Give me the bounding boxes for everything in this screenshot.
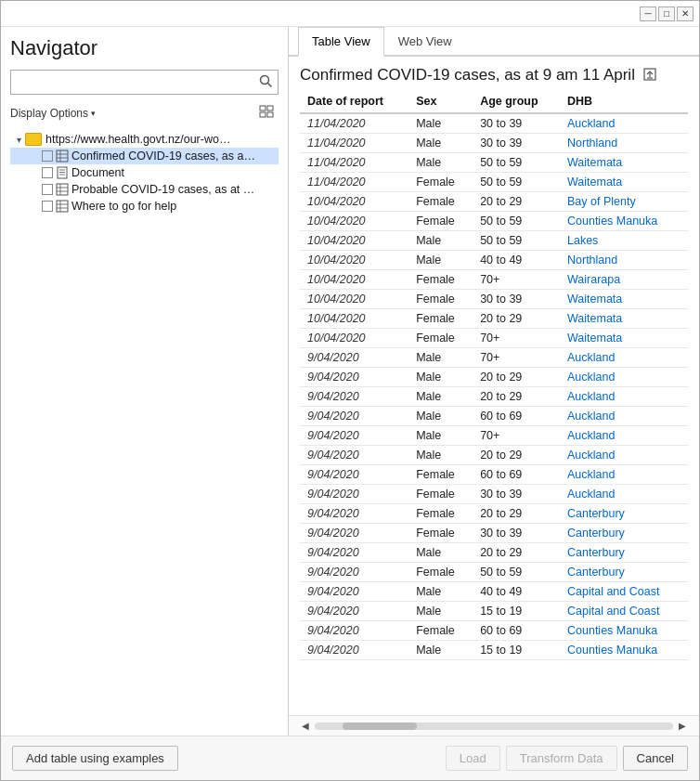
cell-date: 9/04/2020 bbox=[300, 407, 408, 426]
tab-web-view[interactable]: Web View bbox=[384, 27, 466, 57]
tree-item-where-to-go[interactable]: Where to go for help bbox=[10, 198, 279, 215]
display-options-toggle[interactable]: Display Options ▾ bbox=[10, 107, 96, 120]
cell-dhb: Waitemata bbox=[560, 173, 688, 192]
table-row: 10/04/2020Female20 to 29Waitemata bbox=[300, 309, 688, 329]
cell-sex: Female bbox=[408, 329, 473, 348]
table-title-text: Confirmed COVID-19 cases, as at 9 am 11 … bbox=[300, 66, 635, 85]
cell-dhb: Auckland bbox=[560, 446, 688, 465]
table-row: 9/04/2020Female20 to 29Canterbury bbox=[300, 504, 688, 524]
tree-label-document: Document bbox=[71, 166, 124, 179]
tree-item-document[interactable]: Document bbox=[10, 164, 279, 181]
load-button[interactable]: Load bbox=[446, 746, 500, 771]
cell-dhb: Capital and Coast bbox=[560, 582, 688, 602]
data-table: Date of report Sex Age group DHB 11/04/2… bbox=[300, 90, 688, 660]
cell-age: 20 to 29 bbox=[473, 543, 560, 563]
cell-sex: Female bbox=[408, 504, 473, 524]
tree-item-url-root[interactable]: ▾ https://www.health.govt.nz/our-work/di… bbox=[10, 131, 279, 148]
cell-sex: Female bbox=[408, 485, 473, 504]
table-row: 9/04/2020Female60 to 69Auckland bbox=[300, 465, 688, 485]
cell-sex: Male bbox=[408, 153, 473, 173]
bottom-bar-right: Load Transform Data Cancel bbox=[446, 746, 688, 771]
cell-sex: Male bbox=[408, 387, 473, 407]
scroll-thumb[interactable] bbox=[343, 722, 417, 730]
table-row: 11/04/2020Female50 to 59Waitemata bbox=[300, 173, 688, 192]
horizontal-scrollbar[interactable]: ◀ ▶ bbox=[289, 715, 699, 735]
transform-data-button[interactable]: Transform Data bbox=[506, 746, 617, 771]
tree-label-where: Where to go for help bbox=[71, 200, 176, 213]
table-title: Confirmed COVID-19 cases, as at 9 am 11 … bbox=[289, 57, 699, 90]
cancel-button[interactable]: Cancel bbox=[623, 746, 688, 771]
cell-dhb: Northland bbox=[560, 134, 688, 153]
cell-age: 70+ bbox=[473, 426, 560, 446]
cell-sex: Male bbox=[408, 426, 473, 446]
maximize-button[interactable]: □ bbox=[658, 7, 675, 21]
search-icon bbox=[259, 74, 272, 87]
svg-line-1 bbox=[268, 84, 272, 87]
cell-sex: Male bbox=[408, 113, 473, 134]
close-button[interactable]: ✕ bbox=[677, 7, 694, 21]
table-row: 9/04/2020Male60 to 69Auckland bbox=[300, 407, 688, 426]
cell-age: 20 to 29 bbox=[473, 387, 560, 407]
content-area: Navigator Display Options ▾ bbox=[1, 27, 699, 735]
cell-age: 60 to 69 bbox=[473, 407, 560, 426]
cell-date: 9/04/2020 bbox=[300, 504, 408, 524]
cell-date: 9/04/2020 bbox=[300, 641, 408, 660]
navigate-icon-button[interactable] bbox=[254, 102, 279, 124]
table-row: 11/04/2020Male30 to 39Northland bbox=[300, 134, 688, 153]
table-row: 11/04/2020Male50 to 59Waitemata bbox=[300, 153, 688, 173]
export-svg bbox=[642, 67, 657, 82]
table-row: 10/04/2020Female70+Wairarapa bbox=[300, 270, 688, 290]
cell-sex: Male bbox=[408, 231, 473, 251]
cell-sex: Female bbox=[408, 212, 473, 231]
cell-age: 50 to 59 bbox=[473, 563, 560, 582]
export-icon[interactable] bbox=[642, 67, 657, 85]
cell-date: 9/04/2020 bbox=[300, 582, 408, 602]
display-options-caret-icon: ▾ bbox=[91, 109, 96, 118]
col-header-dhb: DHB bbox=[560, 90, 688, 113]
table-row: 9/04/2020Male70+Auckland bbox=[300, 348, 688, 368]
cell-date: 9/04/2020 bbox=[300, 348, 408, 368]
table-row: 10/04/2020Female30 to 39Waitemata bbox=[300, 290, 688, 309]
scroll-left-arrow[interactable]: ◀ bbox=[300, 721, 311, 731]
tree-label-probable: Probable COVID-19 cases, as at 9 am... bbox=[71, 183, 257, 196]
tab-table-view[interactable]: Table View bbox=[298, 27, 384, 57]
cell-sex: Male bbox=[408, 134, 473, 153]
cell-dhb: Wairarapa bbox=[560, 270, 688, 290]
cell-date: 10/04/2020 bbox=[300, 270, 408, 290]
scroll-right-arrow[interactable]: ▶ bbox=[677, 721, 688, 731]
scroll-track[interactable] bbox=[315, 722, 673, 730]
table-row: 11/04/2020Male30 to 39Auckland bbox=[300, 113, 688, 134]
cell-age: 70+ bbox=[473, 329, 560, 348]
cell-age: 40 to 49 bbox=[473, 582, 560, 602]
tree-label-url-root: https://www.health.govt.nz/our-work/dis.… bbox=[45, 133, 231, 146]
cell-dhb: Counties Manuka bbox=[560, 212, 688, 231]
cell-dhb: Auckland bbox=[560, 368, 688, 387]
table-row: 10/04/2020Female70+Waitemata bbox=[300, 329, 688, 348]
svg-rect-3 bbox=[267, 106, 273, 111]
cell-date: 11/04/2020 bbox=[300, 173, 408, 192]
svg-rect-5 bbox=[267, 112, 273, 117]
tree-item-probable-table[interactable]: Probable COVID-19 cases, as at 9 am... bbox=[10, 181, 279, 198]
cell-dhb: Auckland bbox=[560, 485, 688, 504]
search-input[interactable] bbox=[11, 72, 253, 93]
cell-age: 30 to 39 bbox=[473, 524, 560, 543]
col-header-date: Date of report bbox=[300, 90, 408, 113]
data-table-wrapper[interactable]: Date of report Sex Age group DHB 11/04/2… bbox=[300, 90, 688, 715]
checkbox-icon bbox=[42, 150, 53, 162]
tree-item-confirmed-table[interactable]: Confirmed COVID-19 cases, as at 9 a... bbox=[10, 148, 279, 164]
cell-dhb: Auckland bbox=[560, 348, 688, 368]
cell-age: 50 to 59 bbox=[473, 173, 560, 192]
cell-sex: Female bbox=[408, 524, 473, 543]
cell-dhb: Waitemata bbox=[560, 329, 688, 348]
add-table-button[interactable]: Add table using examples bbox=[12, 746, 178, 771]
cell-age: 20 to 29 bbox=[473, 309, 560, 329]
cell-age: 20 to 29 bbox=[473, 192, 560, 212]
cell-dhb: Canterbury bbox=[560, 563, 688, 582]
cell-date: 9/04/2020 bbox=[300, 426, 408, 446]
cell-dhb: Capital and Coast bbox=[560, 602, 688, 621]
minimize-button[interactable]: ─ bbox=[640, 7, 656, 21]
cell-dhb: Auckland bbox=[560, 407, 688, 426]
checkbox-icon-probable bbox=[42, 184, 53, 195]
search-button[interactable] bbox=[253, 71, 278, 94]
svg-rect-2 bbox=[260, 106, 266, 111]
